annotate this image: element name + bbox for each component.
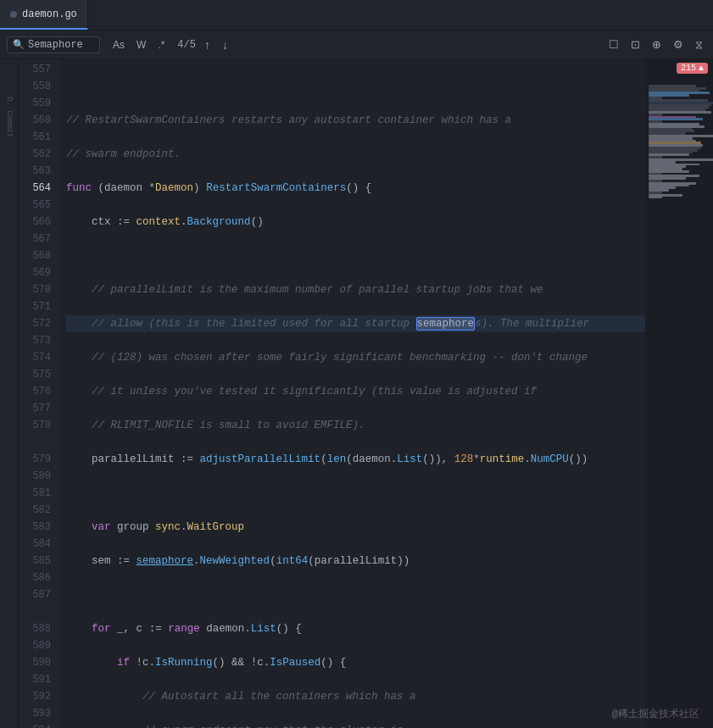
ln-591: 591 bbox=[19, 671, 51, 688]
search-count: 4/5 bbox=[177, 39, 196, 51]
git-commit-icon: D. Commit bbox=[5, 97, 14, 138]
search-toolbar: As W .* bbox=[109, 37, 169, 53]
watermark: @稀土掘金技术社区 bbox=[612, 707, 699, 721]
code-line-559: // swarm endpoint. bbox=[66, 146, 645, 163]
code-editor[interactable]: // RestartSwarmContainers restarts any a… bbox=[59, 59, 645, 728]
ln-583: 583 bbox=[19, 519, 51, 536]
ln-579: 579 bbox=[19, 451, 51, 468]
ln-563: 563 bbox=[19, 163, 51, 180]
code-line-563: // parallelLimit is the maximum number o… bbox=[66, 281, 645, 298]
code-line-558: // RestartSwarmContainers restarts any a… bbox=[66, 112, 645, 129]
code-line-576: // swarm endpoint now that the cluster i… bbox=[66, 722, 645, 728]
minimap: 215 ▲ bbox=[645, 59, 713, 728]
chevron-up-icon: ▲ bbox=[699, 64, 704, 73]
search-icon: 🔍 bbox=[13, 39, 25, 50]
code-line-568: parallelLimit := adjustParallelLimit(len… bbox=[66, 451, 645, 468]
ln-576: 576 bbox=[19, 383, 51, 400]
code-line-573: for _, c := range daemon.List() { bbox=[66, 620, 645, 637]
code-container: D. Commit 557 558 559 560 561 562 563 56… bbox=[0, 59, 713, 728]
code-line-575: // Autostart all the containers which ha… bbox=[66, 688, 645, 705]
tab-label: daemon.go bbox=[22, 8, 77, 20]
ln-588: 588 bbox=[19, 620, 51, 637]
ln-565: 565 bbox=[19, 197, 51, 214]
ln-561: 561 bbox=[19, 129, 51, 146]
search-bar: 🔍 As W .* 4/5 ↑ ↓ ☐ ⊡ ⊕ ⚙ ⧖ bbox=[0, 31, 713, 59]
tab-close-icon[interactable] bbox=[10, 11, 17, 18]
code-line-569 bbox=[66, 485, 645, 502]
ln-562: 562 bbox=[19, 146, 51, 163]
ln-590: 590 bbox=[19, 654, 51, 671]
code-line-565: // (128) was chosen after some fairly si… bbox=[66, 349, 645, 366]
ln-569: 569 bbox=[19, 264, 51, 281]
ln-593: 593 bbox=[19, 705, 51, 722]
ln-587: 587 bbox=[19, 586, 51, 603]
ln-578: 578 bbox=[19, 417, 51, 434]
code-line-560: func (daemon *Daemon) RestartSwarmContai… bbox=[66, 180, 645, 197]
line-numbers: 557 558 559 560 561 562 563 564 565 566 … bbox=[19, 59, 59, 728]
code-line-561: ctx := context.Background() bbox=[66, 214, 645, 231]
code-line-567: // RLIMIT_NOFILE is small to avoid EMFIL… bbox=[66, 417, 645, 434]
error-badge: 215 ▲ bbox=[677, 63, 708, 74]
ln-594: 594 bbox=[19, 722, 51, 728]
regex-button[interactable]: .* bbox=[153, 37, 169, 53]
ln-571: 571 bbox=[19, 298, 51, 315]
search-input[interactable] bbox=[28, 39, 96, 51]
close-results-button[interactable]: ⊡ bbox=[627, 36, 643, 53]
ln-570: 570 bbox=[19, 281, 51, 298]
tab-daemon-go[interactable]: daemon.go bbox=[0, 0, 88, 30]
code-line-572 bbox=[66, 586, 645, 603]
ln-574: 574 bbox=[19, 349, 51, 366]
filter-button[interactable]: ⧖ bbox=[692, 36, 706, 53]
ln-575: 575 bbox=[19, 366, 51, 383]
ln-584: 584 bbox=[19, 536, 51, 553]
code-line-562 bbox=[66, 247, 645, 264]
code-line-570: var group sync.WaitGroup bbox=[66, 519, 645, 536]
ln-582: 582 bbox=[19, 502, 51, 519]
code-line-564: // allow (this is the limited used for a… bbox=[66, 315, 645, 332]
code-line-557 bbox=[66, 78, 645, 95]
ln-cont2 bbox=[19, 603, 51, 620]
ln-558: 558 bbox=[19, 78, 51, 95]
ln-564: 564 bbox=[19, 180, 51, 197]
ln-585: 585 bbox=[19, 553, 51, 570]
settings-button[interactable]: ⚙ bbox=[670, 36, 687, 53]
ln-567: 567 bbox=[19, 231, 51, 247]
ln-580: 580 bbox=[19, 468, 51, 485]
error-count: 215 bbox=[681, 64, 696, 73]
ln-577: 577 bbox=[19, 400, 51, 417]
tab-bar: daemon.go bbox=[0, 0, 713, 31]
ln-560: 560 bbox=[19, 112, 51, 129]
app-container: daemon.go 🔍 As W .* 4/5 ↑ ↓ ☐ ⊡ ⊕ ⚙ ⧖ D.… bbox=[0, 0, 713, 728]
ln-589: 589 bbox=[19, 637, 51, 654]
ln-557: 557 bbox=[19, 61, 51, 78]
case-sensitive-button[interactable]: As bbox=[109, 37, 129, 53]
ln-573: 573 bbox=[19, 332, 51, 349]
expand-button[interactable]: ⊕ bbox=[649, 36, 665, 53]
ln-581: 581 bbox=[19, 485, 51, 502]
prev-match-button[interactable]: ↑ bbox=[201, 36, 214, 53]
select-matches-button[interactable]: ☐ bbox=[605, 36, 622, 53]
ln-586: 586 bbox=[19, 570, 51, 586]
code-line-571: sem := semaphore.NewWeighted(int64(paral… bbox=[66, 553, 645, 570]
code-line-574: if !c.IsRunning() && !c.IsPaused() { bbox=[66, 654, 645, 671]
ln-572: 572 bbox=[19, 315, 51, 332]
search-input-wrapper: 🔍 bbox=[7, 36, 100, 53]
ln-cont bbox=[19, 434, 51, 451]
ln-592: 592 bbox=[19, 688, 51, 705]
next-match-button[interactable]: ↓ bbox=[219, 36, 231, 53]
ln-559: 559 bbox=[19, 95, 51, 112]
left-icons: D. Commit bbox=[0, 59, 19, 728]
code-line-566: // it unless you've tested it significan… bbox=[66, 383, 645, 400]
ln-566: 566 bbox=[19, 214, 51, 231]
search-action-icons: ☐ ⊡ ⊕ ⚙ ⧖ bbox=[605, 36, 706, 53]
whole-word-button[interactable]: W bbox=[132, 37, 150, 53]
ln-568: 568 bbox=[19, 247, 51, 264]
